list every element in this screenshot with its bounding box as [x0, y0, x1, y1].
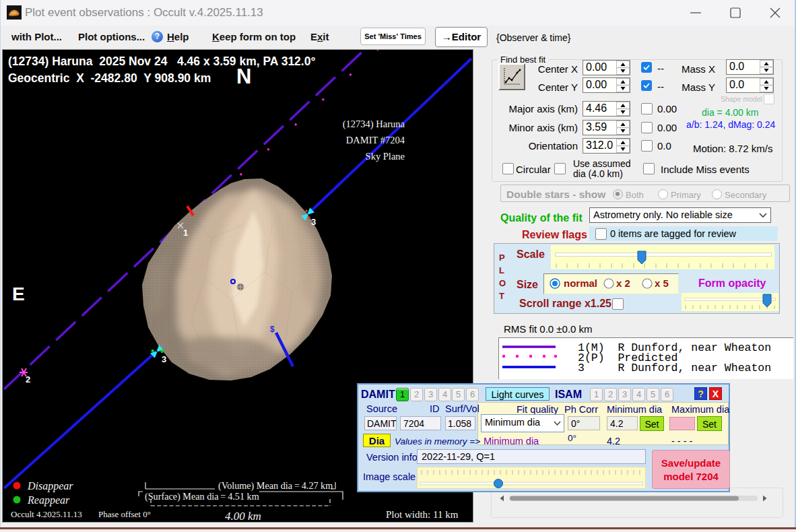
svg-text:(12734) Haruna 2025 Nov 24: (12734) Haruna 2025 Nov 24 4.46 x 3.59 k… — [8, 55, 315, 68]
svg-text:Sky Plane: Sky Plane — [366, 151, 405, 162]
svg-text:(Surface) Mean dia = 4.51 km: (Surface) Mean dia = 4.51 km — [145, 491, 259, 502]
svg-text:3: 3 — [162, 354, 166, 364]
svg-text:Phase offset 0°: Phase offset 0° — [98, 509, 151, 519]
svg-text:DAMIT #7204: DAMIT #7204 — [346, 135, 405, 145]
svg-text:N: N — [236, 65, 251, 88]
svg-text:4.00 km: 4.00 km — [225, 510, 261, 522]
svg-text:Geocentric X -2482.80 Y 908: Geocentric X -2482.80 Y 908.90 km — [8, 71, 211, 85]
svg-text:(12734) Haruna: (12734) Haruna — [343, 119, 405, 130]
svg-text:1: 1 — [183, 228, 188, 238]
svg-text:3 R Dunford, near Wheaton: 3 R Dunford, near Wheaton — [578, 362, 771, 374]
svg-text:2: 2 — [26, 374, 30, 385]
svg-text:3: 3 — [311, 217, 316, 227]
svg-text:Reappear: Reappear — [27, 494, 70, 506]
svg-text:E: E — [12, 284, 25, 304]
svg-text:Occult 4.2025.11.13: Occult 4.2025.11.13 — [11, 509, 82, 519]
svg-text:$: $ — [270, 325, 275, 334]
svg-text:Disappear: Disappear — [27, 480, 73, 492]
svg-text:(Volume) Mean dia = 4.27 km: (Volume) Mean dia = 4.27 km — [218, 480, 333, 492]
svg-text:Plot width: 11 km: Plot width: 11 km — [386, 509, 459, 520]
